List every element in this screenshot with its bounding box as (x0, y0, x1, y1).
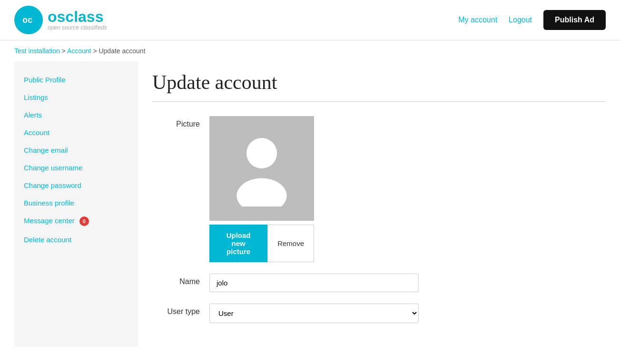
header-nav: My account Logout Publish Ad (458, 10, 606, 30)
sidebar-item-message-center[interactable]: Message center 0 (14, 212, 138, 231)
name-control (209, 274, 423, 292)
osclass-logo-svg: oc (20, 11, 38, 29)
avatar-icon (228, 130, 295, 207)
sidebar-item-change-email[interactable]: Change email (14, 141, 138, 159)
breadcrumb-current: Update account (98, 47, 145, 55)
user-type-select[interactable]: User Admin (209, 304, 419, 323)
picture-label: Picture (152, 116, 200, 128)
picture-buttons: Upload new picture Remove (209, 225, 314, 262)
svg-text:oc: oc (22, 15, 32, 25)
user-type-control: User Admin (209, 304, 423, 323)
breadcrumb-site[interactable]: Test installation (14, 47, 60, 55)
svg-point-3 (236, 178, 286, 207)
logo-tagline: open source classifieds (48, 24, 107, 31)
page-title: Update account (152, 71, 606, 94)
sidebar-item-change-username[interactable]: Change username (14, 159, 138, 177)
breadcrumb: Test installation > Account > Update acc… (0, 40, 620, 61)
picture-row: Picture Upload new picture Remove (152, 116, 606, 262)
sidebar-item-delete-account[interactable]: Delete account (14, 231, 138, 248)
sidebar-item-change-password[interactable]: Change password (14, 177, 138, 194)
name-row: Name (152, 274, 606, 292)
logo-icon: oc (14, 6, 43, 34)
message-center-badge: 0 (79, 216, 89, 226)
logo-name: osclass (48, 9, 107, 24)
logo-area: oc osclass open source classifieds (14, 6, 107, 34)
sidebar-item-listings[interactable]: Listings (14, 89, 138, 106)
sidebar-item-alerts[interactable]: Alerts (14, 106, 138, 124)
my-account-link[interactable]: My account (458, 16, 497, 24)
picture-control: Upload new picture Remove (209, 116, 423, 262)
main-layout: Public Profile Listings Alerts Account C… (0, 61, 620, 347)
header: oc osclass open source classifieds My ac… (0, 0, 620, 40)
content-divider (152, 101, 606, 102)
upload-picture-button[interactable]: Upload new picture (209, 225, 267, 262)
breadcrumb-account[interactable]: Account (67, 47, 91, 55)
user-type-label: User type (152, 304, 200, 316)
logo-text: osclass open source classifieds (48, 9, 107, 31)
main-content: Update account Picture Upload new pictur… (152, 61, 606, 347)
remove-picture-button[interactable]: Remove (267, 225, 314, 262)
svg-point-2 (246, 138, 277, 168)
sidebar-item-public-profile[interactable]: Public Profile (14, 71, 138, 89)
avatar-placeholder (209, 116, 314, 221)
publish-ad-button[interactable]: Publish Ad (543, 10, 606, 30)
logout-link[interactable]: Logout (509, 16, 532, 24)
sidebar: Public Profile Listings Alerts Account C… (14, 61, 138, 347)
user-type-row: User type User Admin (152, 304, 606, 323)
sidebar-item-account[interactable]: Account (14, 124, 138, 141)
name-input[interactable] (209, 274, 419, 292)
sidebar-item-business-profile[interactable]: Business profile (14, 194, 138, 212)
name-label: Name (152, 274, 200, 286)
